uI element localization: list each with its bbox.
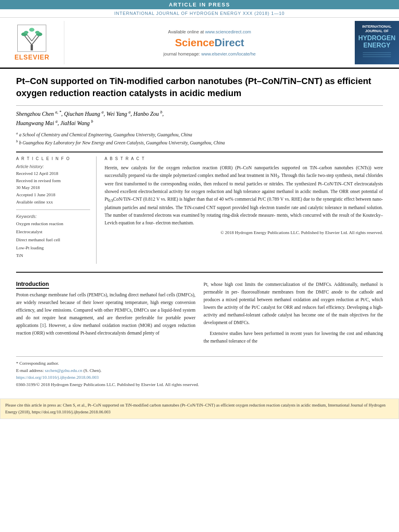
keywords-group: Keywords: Oxygen reduction reaction Elec…: [16, 214, 90, 260]
author-email[interactable]: szchen@gzhu.edu.cn: [45, 368, 82, 373]
keywords-list: Oxygen reduction reaction Electrocatalys…: [16, 220, 90, 260]
received-date: Received 12 April 2018: [16, 170, 90, 177]
keyword-1: Oxygen reduction reaction: [16, 220, 90, 228]
accepted-date: Accepted 1 June 2018: [16, 191, 90, 199]
article-in-press-banner: ARTICLE IN PRESS: [0, 0, 399, 9]
abstract-col: A B S T R A C T Herein, new catalysts fo…: [105, 156, 383, 264]
journal-line-text: INTERNATIONAL JOURNAL OF HYDROGEN ENERGY…: [114, 11, 284, 16]
svg-line-2: [32, 35, 39, 45]
introduction-section: Introduction Proton exchange membrane fu…: [16, 281, 383, 348]
keyword-2: Electrocatalyst: [16, 228, 90, 236]
citation-text: Please cite this article in press as: Ch…: [5, 403, 385, 414]
intro-col-left: Introduction Proton exchange membrane fu…: [16, 281, 195, 348]
journal-url[interactable]: www.elsevier.com/locate/he: [202, 51, 256, 56]
article-info-abstract: A R T I C L E I N F O Article history: R…: [16, 156, 383, 264]
keyword-4: Low-Pt loading: [16, 244, 90, 252]
section-divider: [16, 272, 383, 273]
article-history-group: Article history: Received 12 April 2018 …: [16, 164, 90, 205]
footnotes: * Corresponding author. E-mail address: …: [16, 356, 383, 388]
history-title: Article history:: [16, 164, 90, 169]
affiliation-a: a a School of Chemistry and Chemical Eng…: [16, 131, 383, 139]
article-title: Pt–CoN supported on TiN-modified carbon …: [16, 75, 383, 99]
title-divider: [16, 105, 383, 106]
corresponding-author-note: * Corresponding author.: [16, 360, 383, 367]
hydrogen-journal-subtitle: HYDROGENENERGY: [358, 35, 395, 49]
sd-direct-text: Direct: [214, 37, 244, 49]
elsevier-tree-icon: [16, 24, 48, 52]
journal-cover-graphic: [361, 49, 393, 61]
sciencedirect-url[interactable]: www.sciencedirect.com: [205, 29, 251, 34]
received-revised: Received in revised form30 May 2018: [16, 177, 90, 191]
journal-header-line: INTERNATIONAL JOURNAL OF HYDROGEN ENERGY…: [0, 9, 399, 18]
abstract-header: A B S T R A C T: [105, 156, 383, 161]
svg-rect-0: [31, 45, 33, 50]
article-info-header: A R T I C L E I N F O: [16, 156, 90, 161]
svg-line-1: [25, 35, 32, 45]
svg-point-9: [29, 28, 35, 31]
email-note: E-mail address: szchen@gzhu.edu.cn (S. C…: [16, 367, 383, 374]
abstract-text: Herein, new catalysts for the oxygen red…: [105, 164, 383, 227]
hydrogen-journal-cover: INTERNATIONAL JOURNAL OF HYDROGENENERGY: [355, 21, 399, 64]
keywords-title: Keywords:: [16, 214, 90, 219]
authors-text: Shengzhou Chen a, *, Qiuchan Huang a, We…: [16, 111, 164, 126]
available-online: Available online xxx: [16, 199, 90, 206]
elsevier-brand-text: ELSEVIER: [14, 54, 49, 61]
intro-text-right: Pt, whose high cost limits the commercia…: [204, 281, 383, 345]
doi-line: https://doi.org/10.1016/j.ijhydene.2018.…: [16, 374, 383, 381]
doi-link[interactable]: https://doi.org/10.1016/j.ijhydene.2018.…: [16, 375, 99, 380]
header-area: ELSEVIER Available online at www.science…: [0, 18, 399, 69]
available-online: Available online at www.sciencedirect.co…: [168, 29, 251, 34]
main-divider: [16, 152, 383, 152]
center-header: Available online at www.sciencedirect.co…: [64, 21, 355, 64]
keyword-3: Direct methanol fuel cell: [16, 236, 90, 244]
article-info-col: A R T I C L E I N F O Article history: R…: [16, 156, 97, 264]
svg-point-7: [24, 31, 29, 34]
authors: Shengzhou Chen a, *, Qiuchan Huang a, We…: [16, 110, 383, 128]
issn-line: 0360-3199/© 2018 Hydrogen Energy Publica…: [16, 381, 383, 388]
article-content: Pt–CoN supported on TiN-modified carbon …: [0, 69, 399, 394]
svg-point-8: [35, 31, 40, 34]
intro-text-left: Proton exchange membrane fuel cells (PEM…: [16, 291, 195, 337]
keyword-5: TiN: [16, 252, 90, 260]
affiliation-b: b b Guangzhou Key Laboratory for New Ene…: [16, 139, 383, 147]
hydrogen-journal-title: INTERNATIONAL JOURNAL OF: [357, 25, 397, 34]
abstract-copyright: © 2018 Hydrogen Energy Publications LLC.…: [105, 230, 383, 235]
sd-science-text: Science: [175, 37, 214, 49]
banner-text: ARTICLE IN PRESS: [169, 2, 230, 8]
elsevier-logo: ELSEVIER: [14, 24, 49, 61]
intro-col-right: Pt, whose high cost limits the commercia…: [204, 281, 383, 348]
sciencedirect-logo: ScienceDirect: [175, 37, 244, 49]
elsevier-logo-area: ELSEVIER: [0, 21, 64, 64]
affiliations: a a School of Chemistry and Chemical Eng…: [16, 131, 383, 147]
citation-bar: Please cite this article in press as: Ch…: [0, 398, 399, 419]
intro-title: Introduction: [16, 281, 49, 289]
info-divider: [16, 210, 90, 210]
journal-homepage: journal homepage: www.elsevier.com/locat…: [163, 51, 255, 56]
